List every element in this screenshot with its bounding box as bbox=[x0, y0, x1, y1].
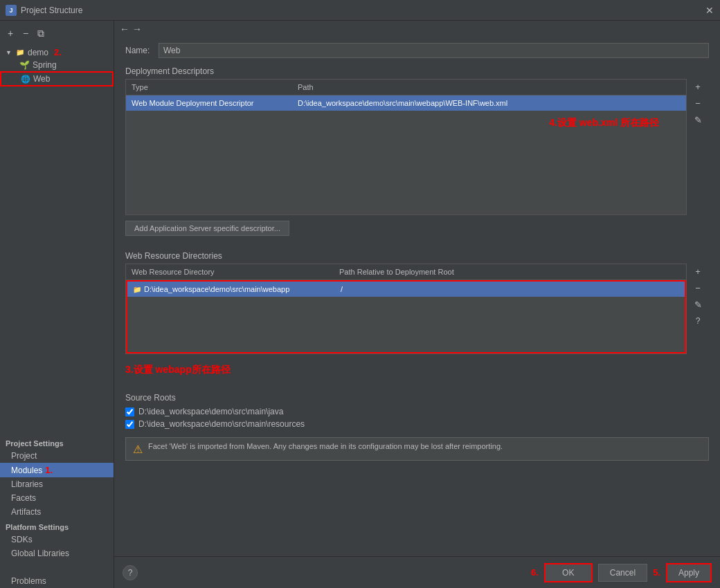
forward-button[interactable]: → bbox=[132, 24, 142, 35]
col-type-header: Type bbox=[126, 82, 292, 93]
annotation-2: 2. bbox=[54, 47, 62, 57]
deployment-table-container: Type Path Web Module Deployment Descript… bbox=[125, 79, 687, 215]
source-root-1-checkbox[interactable] bbox=[125, 407, 134, 416]
app-icon: J bbox=[6, 5, 17, 16]
source-root-2-path: D:\idea_workspace\demo\src\main\resource… bbox=[138, 419, 305, 429]
col-relpath-header: Path Relative to Deployment Root bbox=[334, 266, 686, 277]
webresource-table-empty bbox=[126, 297, 686, 353]
sidebar-item-project[interactable]: Project bbox=[0, 449, 114, 463]
copy-module-button[interactable]: ⧉ bbox=[35, 27, 47, 39]
tree-item-demo[interactable]: ▼ 📁 demo 2. bbox=[0, 46, 114, 59]
sidebar-toolbar: + − ⧉ bbox=[0, 24, 114, 43]
add-descriptor-btn-wrapper: Add Application Server specific descript… bbox=[125, 221, 687, 243]
tree-label-spring: Spring bbox=[33, 60, 57, 70]
titlebar-left: J Project Structure bbox=[6, 5, 82, 16]
deployment-table: Type Path Web Module Deployment Descript… bbox=[125, 79, 687, 215]
deployment-descriptors-title: Deployment Descriptors bbox=[125, 66, 709, 76]
platform-settings-section: Platform Settings SDKs Global Libraries bbox=[0, 519, 114, 560]
web-icon: 🌐 bbox=[21, 75, 30, 84]
sidebar-item-global-libraries[interactable]: Global Libraries bbox=[0, 546, 114, 560]
col-path-header: Path bbox=[292, 82, 686, 93]
help-button[interactable]: ? bbox=[123, 565, 138, 580]
platform-settings-header: Platform Settings bbox=[0, 519, 114, 533]
source-root-2: D:\idea_workspace\demo\src\main\resource… bbox=[125, 418, 709, 430]
source-roots-title: Source Roots bbox=[125, 393, 709, 403]
webresource-relpath-cell: / bbox=[335, 284, 685, 295]
webresource-help-button[interactable]: ? bbox=[690, 313, 706, 329]
tree-label-demo: demo bbox=[28, 48, 48, 57]
webresource-add-button[interactable]: + bbox=[690, 264, 706, 279]
source-root-1: D:\idea_workspace\demo\src\main\java bbox=[125, 405, 709, 418]
folder-icon: 📁 bbox=[15, 48, 25, 57]
deployment-table-header: Type Path bbox=[126, 80, 686, 95]
add-module-button[interactable]: + bbox=[4, 27, 17, 39]
bottom-right: 6. OK Cancel 5. Apply bbox=[531, 563, 712, 582]
name-input[interactable] bbox=[159, 43, 709, 58]
folder-small-icon: 📁 bbox=[133, 286, 141, 293]
annotation-6: 6. bbox=[531, 567, 539, 578]
webresource-table-container: Web Resource Directory Path Relative to … bbox=[125, 264, 687, 354]
apply-button[interactable]: Apply bbox=[666, 563, 712, 582]
deployment-table-row[interactable]: Web Module Deployment Descriptor D:\idea… bbox=[126, 95, 686, 111]
tree-label-web: Web bbox=[33, 74, 50, 84]
deployment-type-cell: Web Module Deployment Descriptor bbox=[126, 98, 292, 109]
web-resource-title: Web Resource Directories bbox=[125, 251, 709, 261]
bottom-bar: ? 6. OK Cancel 5. Apply bbox=[114, 556, 720, 588]
titlebar: J Project Structure ✕ bbox=[0, 0, 720, 21]
project-structure-window: J Project Structure ✕ + − ⧉ ▼ 📁 demo 2. bbox=[0, 0, 720, 588]
content-area: Name: Deployment Descriptors Type Path W… bbox=[114, 37, 720, 556]
source-roots-section: Source Roots D:\idea_workspace\demo\src\… bbox=[125, 393, 709, 430]
warning-text: Facet 'Web' is imported from Maven. Any … bbox=[148, 442, 503, 450]
webresource-remove-button[interactable]: − bbox=[690, 280, 706, 295]
tree-arrow-demo: ▼ bbox=[6, 49, 12, 56]
sidebar-item-facets[interactable]: Facets bbox=[0, 491, 114, 505]
source-root-2-checkbox[interactable] bbox=[125, 420, 134, 429]
add-app-server-button[interactable]: Add Application Server specific descript… bbox=[125, 221, 289, 236]
warning-bar: ⚠ Facet 'Web' is imported from Maven. An… bbox=[125, 437, 709, 461]
webresource-table: Web Resource Directory Path Relative to … bbox=[125, 264, 687, 354]
main-content: + − ⧉ ▼ 📁 demo 2. 🌱 Spring 🌐 Web bbox=[0, 21, 720, 588]
warning-icon: ⚠ bbox=[133, 443, 143, 456]
annotation-5: 5. bbox=[653, 567, 660, 578]
sidebar-item-problems[interactable]: Problems bbox=[0, 574, 114, 588]
deployment-edit-button[interactable]: ✎ bbox=[690, 112, 706, 127]
sidebar-item-artifacts[interactable]: Artifacts bbox=[0, 505, 114, 519]
annotation-4: 4.设置 web.xml 所在路径 bbox=[549, 117, 659, 129]
sidebar-item-sdks[interactable]: SDKs bbox=[0, 533, 114, 546]
annotation-3: 3.设置 webapp所在路径 bbox=[125, 364, 231, 376]
back-button[interactable]: ← bbox=[120, 24, 129, 35]
sidebar-item-modules[interactable]: Modules 1. bbox=[0, 463, 114, 477]
webresource-side-controls: + − ✎ ? bbox=[690, 264, 706, 329]
sidebar: + − ⧉ ▼ 📁 demo 2. 🌱 Spring 🌐 Web bbox=[0, 21, 114, 588]
window-title: Project Structure bbox=[21, 6, 82, 15]
deployment-remove-button[interactable]: − bbox=[690, 95, 706, 111]
deployment-add-button[interactable]: + bbox=[690, 79, 706, 94]
deployment-path-cell: D:\idea_workspace\demo\src\main\webapp\W… bbox=[292, 98, 686, 109]
webresource-table-row[interactable]: 📁 D:\idea_workspace\demo\src\main\webapp… bbox=[126, 280, 686, 297]
webresource-edit-button[interactable]: ✎ bbox=[690, 297, 706, 312]
project-settings-section: Project Settings Project Modules 1. Libr… bbox=[0, 435, 114, 519]
sidebar-item-libraries[interactable]: Libraries bbox=[0, 477, 114, 491]
remove-module-button[interactable]: − bbox=[19, 27, 32, 39]
source-root-1-path: D:\idea_workspace\demo\src\main\java bbox=[138, 407, 283, 416]
project-settings-header: Project Settings bbox=[0, 435, 114, 449]
name-label: Name: bbox=[125, 46, 153, 55]
annotation-1: 1. bbox=[45, 465, 53, 475]
nav-arrows: ← → bbox=[114, 21, 720, 37]
tree-item-web[interactable]: 🌐 Web bbox=[0, 71, 114, 86]
module-tree: ▼ 📁 demo 2. 🌱 Spring 🌐 Web bbox=[0, 43, 114, 435]
right-panel: ← → Name: Deployment Descriptors Type Pa… bbox=[114, 21, 720, 588]
bottom-left: ? bbox=[123, 565, 138, 580]
spring-icon: 🌱 bbox=[19, 60, 30, 70]
close-button[interactable]: ✕ bbox=[705, 6, 714, 15]
name-row: Name: bbox=[125, 43, 709, 58]
deployment-side-controls: + − ✎ bbox=[690, 79, 706, 127]
webresource-table-header: Web Resource Directory Path Relative to … bbox=[126, 264, 686, 280]
cancel-button[interactable]: Cancel bbox=[598, 564, 647, 582]
webresource-dir-cell: 📁 D:\idea_workspace\demo\src\main\webapp bbox=[127, 284, 335, 295]
col-webres-header: Web Resource Directory bbox=[126, 266, 334, 277]
tree-item-spring[interactable]: 🌱 Spring bbox=[0, 59, 114, 71]
ok-button[interactable]: OK bbox=[544, 563, 593, 582]
